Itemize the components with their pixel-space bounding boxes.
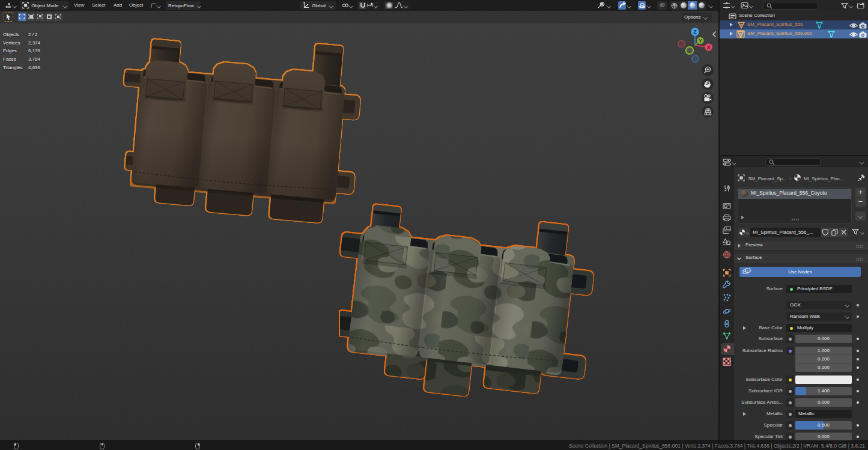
svg-text:Y: Y bbox=[699, 38, 702, 44]
svg-text:X: X bbox=[707, 44, 711, 50]
svg-text:Z: Z bbox=[693, 29, 697, 35]
